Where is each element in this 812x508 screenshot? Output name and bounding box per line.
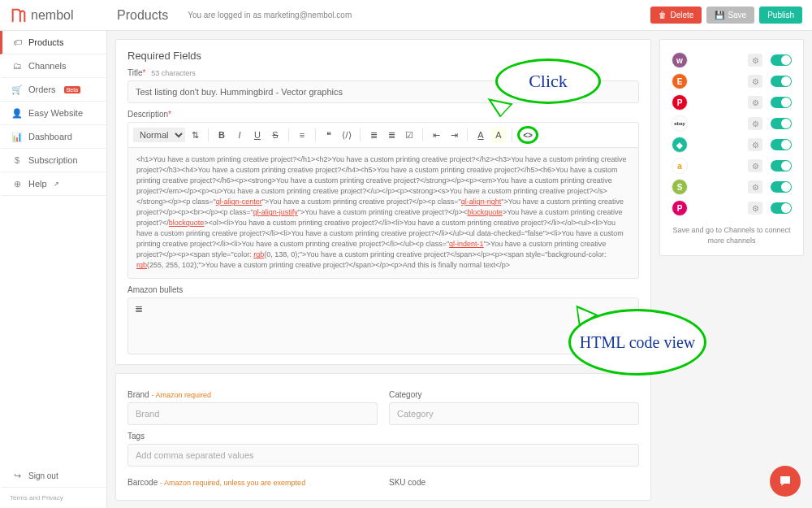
channel-row-prestashop: P⚙ [672,198,792,219]
brand-name: nembol [31,8,73,23]
channel-row-pinterest: P⚙ [672,92,792,113]
topbar: nembol Products You are logged in as mar… [0,0,812,31]
channel-settings-button[interactable]: ⚙ [748,138,762,151]
amazon-bullets-editor[interactable]: ≣ [127,297,639,354]
sidebar-item-label: Help [28,179,47,189]
sidebar-item-channels[interactable]: 🗂Channels [0,54,106,78]
description-editor[interactable]: <h1>You have a custom printing creative … [127,147,639,279]
channel-toggle[interactable] [771,76,792,87]
channel-row-tag: ◆⚙ [672,134,792,155]
indent-less-button[interactable]: ⇤ [428,127,444,143]
align-button[interactable]: ≡ [294,127,310,143]
amazon-icon: a [672,158,688,174]
sidebar-icon: 👤 [12,108,22,118]
external-link-icon: ↗ [54,180,59,188]
sidebar-item-label: Channels [28,61,66,71]
channel-toggle[interactable] [771,160,792,172]
description-label: Description* [127,110,639,119]
channel-toggle[interactable] [771,202,792,214]
channel-toggle[interactable] [771,54,792,66]
sidebar-item-subscription[interactable]: $Subscription [0,149,106,172]
save-icon: 💾 [715,11,724,20]
underline-button[interactable]: U [249,127,266,143]
sku-label: SKU code [389,478,639,487]
chevron-updown-icon[interactable]: ⇅ [187,127,203,143]
list-ordered-button[interactable]: ≣ [365,127,382,143]
tags-input[interactable] [127,444,639,467]
chat-fab[interactable] [770,466,801,497]
bold-button[interactable]: B [214,127,230,143]
list-bullet-button[interactable]: ≣ [383,127,400,143]
callout-code-view: HTML code view [568,309,706,376]
channels-hint: Save and go to Channels to connect more … [672,225,792,245]
signout-icon: ↪ [12,471,22,480]
trash-icon: 🗑 [659,11,667,20]
page-title: Products [117,8,168,23]
channel-settings-button[interactable]: ⚙ [748,96,762,109]
sidebar-icon: ⊕ [12,179,22,189]
channel-row-ebay: ebay⚙ [672,113,792,134]
publish-button[interactable]: Publish [759,7,802,24]
sidebar-item-dashboard[interactable]: 📊Dashboard [0,125,106,149]
amazon-bullets-label: Amazon bullets [127,285,639,294]
signout-label: Sign out [28,471,58,480]
channel-toggle[interactable] [771,181,792,193]
login-info: You are logged in as marketing@nembol.co… [188,11,352,20]
list-icon: ≣ [135,303,143,315]
channel-settings-button[interactable]: ⚙ [748,54,762,67]
italic-button[interactable]: I [231,127,248,143]
pinterest-icon: P [672,94,688,111]
sidebar-item-label: Dashboard [28,132,72,141]
bg-color-button[interactable]: A [490,127,507,143]
ebay-icon: ebay [672,115,688,132]
sidebar-item-orders[interactable]: 🛒OrdersBeta [0,78,106,102]
channel-settings-button[interactable]: ⚙ [748,75,762,88]
channel-toggle[interactable] [771,139,792,150]
sidebar-item-help[interactable]: ⊕Help ↗ [0,172,106,196]
sidebar-terms[interactable]: Terms and Privacy [0,488,106,508]
channel-settings-button[interactable]: ⚙ [748,117,762,130]
prestashop-icon: P [672,200,688,216]
brand-input[interactable] [127,402,378,425]
barcode-label: Barcode - Amazon required, unless you ar… [127,478,378,487]
channel-settings-button[interactable]: ⚙ [748,159,762,172]
details-panel: Brand - Amazon required Category Tags Ba… [115,373,651,501]
callout-click: Click [495,59,601,104]
code-view-button[interactable]: <> [517,126,538,144]
brand-logo[interactable]: nembol [10,7,107,24]
sidebar-item-label: Products [28,37,63,47]
list-check-button[interactable]: ☑ [401,127,417,143]
category-label: Category [389,390,639,399]
channel-settings-button[interactable]: ⚙ [748,202,762,215]
editor-toolbar: Normal ⇅ B I U S ≡ ❝ ⟨/⟩ ≣ ≣ ☑ [127,122,639,147]
text-color-button[interactable]: A [473,127,489,143]
sidebar-icon: 🗂 [12,61,22,71]
sidebar-item-label: Easy Website [28,108,83,118]
channel-toggle[interactable] [771,118,792,129]
beta-badge: Beta [64,86,80,93]
sidebar-item-signout[interactable]: ↪Sign out [0,464,106,488]
channel-toggle[interactable] [771,97,792,108]
top-actions: 🗑Delete 💾Save Publish [650,7,802,24]
quote-button[interactable]: ❝ [321,127,337,143]
channels-panel: w⚙E⚙P⚙ebay⚙◆⚙a⚙S⚙P⚙ Save and go to Chann… [659,39,804,256]
channel-settings-button[interactable]: ⚙ [748,180,762,193]
shopify-icon: S [672,179,688,195]
sidebar-icon: 🛒 [12,85,22,94]
chat-icon [778,474,793,488]
sidebar-item-easy-website[interactable]: 👤Easy Website [0,102,106,125]
codeblock-button[interactable]: ⟨/⟩ [339,127,355,143]
category-input[interactable] [389,402,639,425]
format-select[interactable]: Normal [133,128,185,142]
nembol-icon [10,7,28,24]
sidebar: 🏷Products🗂Channels🛒OrdersBeta👤Easy Websi… [0,31,107,508]
sidebar-icon: 📊 [12,132,22,141]
save-button[interactable]: 💾Save [706,7,754,24]
sidebar-item-products[interactable]: 🏷Products [0,31,106,54]
delete-button[interactable]: 🗑Delete [650,7,702,24]
sidebar-item-label: Subscription [28,155,78,165]
tags-label: Tags [127,432,639,441]
strike-button[interactable]: S [267,127,283,143]
indent-more-button[interactable]: ⇥ [446,127,462,143]
channel-row-etsy: E⚙ [672,71,792,92]
